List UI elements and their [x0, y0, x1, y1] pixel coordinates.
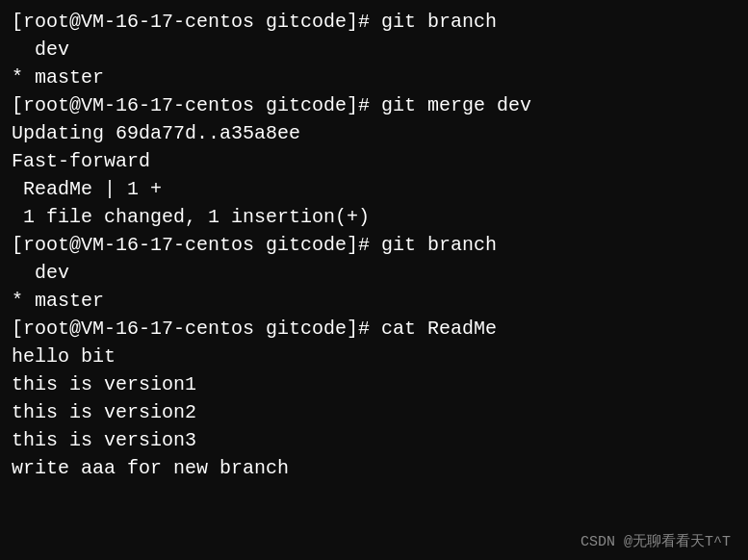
terminal-output-line: this is version1: [12, 370, 736, 398]
terminal-output-line: hello bit: [12, 343, 736, 370]
terminal-window: [root@VM-16-17-centos gitcode]# git bran…: [0, 0, 748, 560]
terminal-output-line: write aaa for new branch: [12, 454, 736, 482]
terminal-output-line: ReadMe | 1 +: [12, 175, 736, 203]
terminal-prompt-line: [root@VM-16-17-centos gitcode]# git merg…: [12, 91, 736, 119]
terminal-output-line: 1 file changed, 1 insertion(+): [12, 203, 736, 231]
terminal-prompt-line: [root@VM-16-17-centos gitcode]# git bran…: [12, 231, 736, 259]
terminal-output-line: this is version3: [12, 426, 736, 454]
terminal-output-line: * master: [12, 287, 736, 315]
terminal-output-line: dev: [12, 36, 736, 64]
terminal-output-line: Updating 69da77d..a35a8ee: [12, 119, 736, 147]
terminal-output-line: dev: [12, 259, 736, 287]
terminal-output-line: Fast-forward: [12, 147, 736, 175]
terminal-output-line: * master: [12, 64, 736, 91]
terminal-prompt-line: [root@VM-16-17-centos gitcode]# cat Read…: [12, 315, 736, 343]
terminal-prompt-line: [root@VM-16-17-centos gitcode]# git bran…: [12, 8, 736, 36]
watermark: CSDN @无聊看看天T^T: [580, 532, 731, 550]
terminal-output-line: this is version2: [12, 398, 736, 426]
